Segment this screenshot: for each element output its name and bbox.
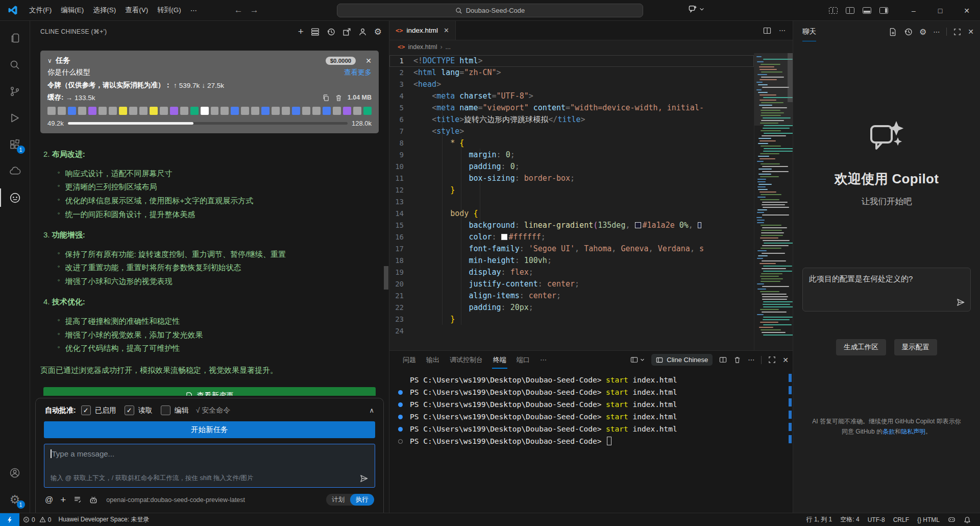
editor-scrollbar-thumb[interactable]: [788, 53, 793, 102]
new-terminal-button[interactable]: [630, 356, 645, 364]
remote-indicator[interactable]: [0, 513, 19, 526]
chat-more-actions-icon[interactable]: ⋯: [933, 28, 940, 36]
huawei-cloud-icon[interactable]: [0, 158, 30, 184]
code-line[interactable]: 20 justify-content: center;: [389, 278, 754, 290]
disclaimer-link[interactable]: 条款: [883, 428, 895, 435]
model-robot-icon[interactable]: [89, 495, 98, 505]
code-line[interactable]: 6 <title>旋转六边形内弹跳球模拟</title>: [389, 114, 754, 126]
code-line[interactable]: 15 background: linear-gradient(135deg, #…: [389, 220, 754, 231]
panel-tab-端口[interactable]: 端口: [511, 351, 535, 369]
tab-index-html[interactable]: <> index.html ✕: [389, 21, 456, 40]
code-line[interactable]: 7 <style>: [389, 126, 754, 137]
code-line[interactable]: 21 align-items: center;: [389, 290, 754, 302]
split-editor-icon[interactable]: [763, 27, 771, 35]
toggle-panel-icon[interactable]: [863, 7, 871, 14]
show-config-button[interactable]: 显示配置: [894, 339, 937, 355]
code-line[interactable]: 19 display: flex;: [389, 267, 754, 278]
add-context-icon[interactable]: +: [60, 494, 66, 506]
task-close-icon[interactable]: ✕: [365, 57, 372, 65]
model-name[interactable]: openai-compat:doubao-seed-code-preview-l…: [106, 496, 245, 504]
terminal-output[interactable]: PS C:\Users\ws199\Desktop\Doubao-Seed-Co…: [389, 369, 793, 513]
code-line[interactable]: 14 body {: [389, 208, 754, 220]
start-new-task-button[interactable]: 开始新任务: [44, 421, 375, 438]
panel-tab-终端[interactable]: 终端: [488, 351, 511, 369]
copilot-status-icon[interactable]: [944, 516, 960, 523]
nav-back-icon[interactable]: ←: [234, 5, 243, 15]
customize-layout-icon[interactable]: [829, 7, 838, 14]
mcp-servers-icon[interactable]: [311, 28, 320, 36]
cline-chat-scroll[interactable]: ∨ 任务 $0.0000 ✕ 你是什么模型 查看更多 令牌（仅供参考，请以实际消…: [30, 42, 389, 396]
code-line[interactable]: 10 padding: 0;: [389, 161, 754, 173]
menu-item[interactable]: 转到(G): [153, 4, 186, 17]
code-line[interactable]: 11 box-sizing: border-box;: [389, 173, 754, 184]
notifications-bell-icon[interactable]: [960, 516, 975, 523]
slash-commands-icon[interactable]: [73, 495, 82, 504]
chat-settings-icon[interactable]: ⚙: [919, 27, 926, 37]
menu-item[interactable]: 选择(S): [88, 4, 120, 17]
split-terminal-icon[interactable]: [719, 356, 727, 364]
indentation-status[interactable]: 空格: 4: [836, 515, 863, 524]
cursor-position-status[interactable]: 行 1, 列 1: [802, 515, 837, 524]
problems-status[interactable]: 0 0: [19, 513, 55, 526]
disclaimer-link[interactable]: 隐私声明: [901, 428, 925, 435]
auto-approve-option[interactable]: ✓已启用: [81, 405, 116, 415]
panel-tabs-more-icon[interactable]: ⋯: [535, 351, 552, 369]
auto-approve-collapse-icon[interactable]: ∧: [369, 407, 374, 414]
checkbox-checked[interactable]: ✓: [81, 405, 91, 415]
code-line[interactable]: 16 color: #ffffff;: [389, 231, 754, 243]
search-sidebar-icon[interactable]: [0, 52, 30, 78]
minimap[interactable]: [754, 53, 793, 350]
menu-item[interactable]: 文件(F): [24, 4, 56, 17]
copilot-titlebar-button[interactable]: [688, 4, 704, 14]
checkbox-unchecked[interactable]: [161, 405, 170, 415]
new-task-icon[interactable]: +: [298, 26, 304, 37]
window-close-button[interactable]: ✕: [953, 0, 980, 21]
toggle-primary-sidebar-icon[interactable]: [846, 7, 854, 14]
checkbox-checked[interactable]: ✓: [125, 405, 134, 415]
code-line[interactable]: 4 <meta charset="UTF-8">: [389, 90, 754, 102]
eol-status[interactable]: CRLF: [889, 516, 913, 523]
menu-item[interactable]: 编辑(E): [56, 4, 88, 17]
auto-approve-option[interactable]: ✓读取: [125, 405, 153, 415]
copilot-input[interactable]: 此项目的配置是在何处定义的?: [802, 268, 971, 312]
see-more-link[interactable]: 查看更多: [344, 68, 372, 77]
breadcrumb[interactable]: <> index.html › ...: [389, 40, 793, 53]
mention-icon[interactable]: @: [45, 495, 53, 505]
accounts-icon[interactable]: [0, 460, 30, 486]
code-line[interactable]: 9 margin: 0;: [389, 149, 754, 161]
editor-more-actions-icon[interactable]: ⋯: [779, 27, 786, 34]
code-line[interactable]: 12 }: [389, 184, 754, 196]
terminal-instance-cline-chinese[interactable]: Cline Chinese: [651, 354, 713, 366]
source-control-icon[interactable]: [0, 78, 30, 105]
plan-mode-option[interactable]: 计划: [326, 494, 350, 506]
maximize-chat-icon[interactable]: [953, 28, 961, 36]
language-mode-status[interactable]: {} HTML: [913, 516, 944, 523]
auto-approve-option[interactable]: 编辑: [161, 405, 189, 415]
explorer-icon[interactable]: [0, 25, 30, 52]
code-line[interactable]: 13: [389, 196, 754, 208]
open-in-editor-icon[interactable]: [342, 28, 351, 36]
settings-icon[interactable]: ⚙: [374, 27, 382, 37]
copilot-send-icon[interactable]: [956, 298, 965, 307]
act-mode-option[interactable]: 执行: [350, 494, 374, 506]
close-panel-icon[interactable]: ✕: [782, 356, 789, 364]
command-center-search[interactable]: Doubao-Seed-Code: [337, 4, 643, 17]
view-new-changes-button[interactable]: 查看新变更: [43, 387, 376, 396]
code-line[interactable]: 3<head>: [389, 79, 754, 90]
code-line[interactable]: 24: [389, 325, 754, 337]
settings-gear-icon[interactable]: ⚙1: [0, 486, 30, 513]
panel-tab-问题[interactable]: 问题: [398, 351, 421, 369]
code-line[interactable]: 18 min-height: 100vh;: [389, 255, 754, 267]
code-line[interactable]: 8 * {: [389, 137, 754, 149]
extensions-icon[interactable]: 1: [0, 131, 30, 158]
generate-workspace-button[interactable]: 生成工作区: [836, 339, 886, 355]
code-line[interactable]: 2<html lang="zh-CN">: [389, 67, 754, 79]
toggle-secondary-sidebar-icon[interactable]: [879, 7, 888, 14]
task-collapse-icon[interactable]: ∨: [47, 57, 52, 64]
code-editor[interactable]: 1<!DOCTYPE html>2<html lang="zh-CN">3<he…: [389, 53, 793, 350]
tab-close-icon[interactable]: ✕: [444, 27, 449, 34]
code-line[interactable]: 5 <meta name="viewport" content="width=d…: [389, 102, 754, 114]
send-icon[interactable]: [359, 474, 369, 483]
message-input[interactable]: Type a message... 输入 @ 获取上下文，/ 获取斜杠命令和工作…: [44, 444, 375, 488]
breadcrumb-file[interactable]: index.html: [408, 43, 437, 51]
